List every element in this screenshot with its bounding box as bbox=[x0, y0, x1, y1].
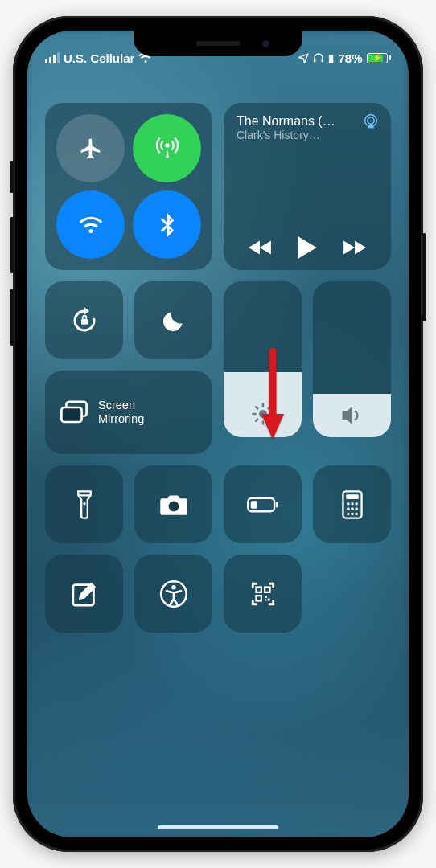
svg-point-26 bbox=[355, 502, 358, 505]
rotation-lock-icon bbox=[70, 306, 99, 335]
notes-button[interactable] bbox=[45, 555, 123, 633]
svg-rect-21 bbox=[250, 501, 257, 508]
volume-icon bbox=[340, 405, 364, 426]
svg-point-28 bbox=[351, 507, 354, 510]
svg-rect-40 bbox=[267, 598, 269, 600]
speaker-grille bbox=[196, 41, 241, 46]
volume-slider[interactable] bbox=[313, 281, 391, 437]
cellular-signal-icon bbox=[45, 52, 60, 63]
svg-line-10 bbox=[256, 407, 257, 408]
low-power-icon bbox=[247, 496, 279, 514]
svg-point-3 bbox=[368, 117, 374, 124]
svg-rect-37 bbox=[265, 587, 269, 592]
media-module[interactable]: The Normans (… Clark's History… bbox=[224, 103, 391, 270]
volume-down-button bbox=[10, 289, 14, 346]
svg-point-31 bbox=[351, 512, 354, 515]
wifi-button[interactable] bbox=[56, 190, 125, 259]
cellular-data-button[interactable] bbox=[133, 114, 201, 182]
media-subtitle: Clark's History… bbox=[237, 129, 378, 141]
bluetooth-icon bbox=[160, 213, 175, 237]
accessibility-button[interactable] bbox=[134, 555, 212, 633]
location-icon bbox=[298, 53, 309, 63]
camera-button[interactable] bbox=[134, 465, 212, 543]
airplane-mode-button[interactable] bbox=[56, 114, 125, 182]
svg-point-32 bbox=[355, 512, 358, 515]
svg-point-27 bbox=[347, 507, 350, 510]
mute-switch bbox=[10, 161, 14, 193]
carrier-label: U.S. Cellular bbox=[64, 51, 134, 65]
svg-point-17 bbox=[83, 502, 85, 505]
battery-icon: ⚡ bbox=[367, 53, 392, 63]
wifi-icon bbox=[79, 215, 103, 235]
annotation-arrow bbox=[258, 348, 287, 448]
flashlight-button[interactable] bbox=[45, 465, 123, 543]
svg-rect-4 bbox=[80, 318, 87, 324]
svg-point-25 bbox=[351, 502, 354, 505]
cellular-antenna-icon bbox=[154, 136, 180, 162]
camera-icon bbox=[159, 493, 188, 517]
calculator-icon bbox=[341, 490, 364, 519]
svg-point-18 bbox=[168, 501, 179, 511]
phone-frame: U.S. Cellular ▮ 78% ⚡ bbox=[13, 16, 423, 852]
calculator-button[interactable] bbox=[313, 465, 391, 543]
notes-icon bbox=[71, 580, 98, 608]
bluetooth-button[interactable] bbox=[133, 190, 201, 259]
forward-button[interactable] bbox=[342, 239, 366, 256]
svg-line-12 bbox=[256, 420, 257, 421]
svg-rect-38 bbox=[256, 596, 261, 600]
do-not-disturb-button[interactable] bbox=[134, 281, 212, 359]
svg-rect-41 bbox=[265, 599, 266, 600]
svg-rect-23 bbox=[346, 494, 358, 499]
accessibility-icon bbox=[159, 579, 188, 608]
flashlight-icon bbox=[76, 490, 93, 519]
svg-point-35 bbox=[171, 585, 175, 589]
svg-point-24 bbox=[347, 502, 350, 505]
side-button bbox=[422, 233, 426, 321]
svg-point-29 bbox=[355, 507, 358, 510]
qr-scan-button[interactable] bbox=[224, 555, 302, 633]
svg-rect-15 bbox=[61, 407, 81, 422]
play-button[interactable] bbox=[297, 236, 318, 259]
moon-icon bbox=[161, 308, 187, 334]
media-title: The Normans (… bbox=[237, 114, 378, 129]
control-center: The Normans (… Clark's History… bbox=[45, 103, 391, 633]
front-camera bbox=[261, 39, 270, 48]
screen-mirroring-label: Screen Mirroring bbox=[98, 399, 144, 427]
screen-mirroring-button[interactable]: Screen Mirroring bbox=[45, 371, 212, 454]
svg-point-30 bbox=[347, 512, 350, 515]
connectivity-module[interactable] bbox=[45, 103, 212, 270]
qr-code-icon bbox=[249, 580, 277, 608]
notch bbox=[134, 31, 302, 56]
svg-rect-20 bbox=[275, 502, 278, 507]
battery-pct-label: 78% bbox=[338, 51, 362, 65]
svg-rect-39 bbox=[265, 596, 267, 598]
volume-up-button bbox=[10, 217, 14, 273]
headphones-icon bbox=[313, 52, 324, 63]
svg-rect-1 bbox=[322, 59, 323, 63]
low-power-button[interactable] bbox=[224, 465, 302, 543]
rewind-button[interactable] bbox=[249, 239, 273, 256]
rotation-lock-button[interactable] bbox=[45, 281, 123, 359]
airplane-icon bbox=[79, 137, 103, 161]
charging-icon: ▮ bbox=[328, 52, 334, 64]
screen-mirroring-icon bbox=[60, 400, 88, 424]
svg-rect-36 bbox=[256, 587, 261, 592]
svg-rect-0 bbox=[314, 59, 315, 63]
screen: U.S. Cellular ▮ 78% ⚡ bbox=[27, 31, 409, 837]
airplay-icon[interactable] bbox=[362, 113, 380, 130]
